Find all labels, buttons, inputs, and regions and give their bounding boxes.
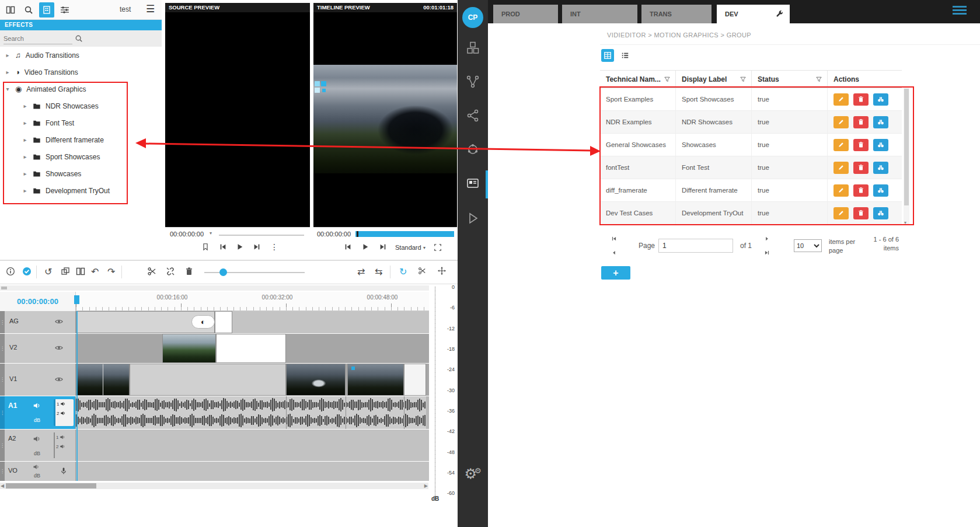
playhead-handle[interactable] [74,295,79,304]
view-button[interactable] [873,116,888,128]
previous-frame-button[interactable] [344,243,352,251]
eye-icon[interactable] [55,375,63,383]
edit-button[interactable] [833,93,849,106]
speaker-icon[interactable] [33,402,41,410]
edit-button[interactable] [833,184,849,197]
move-tool-button[interactable] [438,267,446,275]
more-options-icon[interactable]: ⋮ [270,242,278,252]
tab-trans[interactable]: TRANS [641,5,712,23]
view-button[interactable] [873,162,888,174]
tree-item-showcases[interactable]: ▸ Showcases [0,165,162,182]
cut-button[interactable] [147,267,156,276]
page-number-input[interactable] [658,239,733,253]
workflow-icon[interactable] [466,75,480,89]
channel-panel[interactable]: 1 2 [54,399,74,426]
first-page-button[interactable] [609,234,619,243]
table-scrollbar[interactable]: ▾ [904,88,909,225]
video-clip-thumbnail[interactable] [162,334,216,363]
tab-dev[interactable]: DEV [717,5,790,23]
column-header-display-label[interactable]: Display Label [676,71,752,88]
video-clip-thumbnail[interactable] [76,364,130,396]
chevron-right-icon[interactable]: ▸ [21,137,29,143]
tree-item-animated-graphics[interactable]: ▾ ◉ Animated Graphics [0,81,162,97]
track-drag-handle[interactable]: ⋮ [0,334,5,363]
add-marker-button[interactable] [201,243,210,251]
tree-item-audio-transitions[interactable]: ▸ ♫ Audio Transitions [0,47,162,64]
track-drag-handle[interactable]: ⋮ [0,462,5,481]
layout-columns-button[interactable] [3,2,18,18]
play-button[interactable] [236,243,244,251]
zoom-slider-handle[interactable] [219,268,227,276]
track-header-a2[interactable]: ⋮ A2 dB 1 2 [0,430,76,461]
view-button[interactable] [873,207,888,219]
timeline-horizontal-scrollbar-top[interactable] [0,285,429,291]
column-header-status[interactable]: Status [752,71,828,88]
track-header-ag[interactable]: ⋮ AG [0,311,76,333]
edit-button[interactable] [833,139,849,151]
video-clip-thumbnail[interactable] [347,364,404,396]
next-page-button[interactable] [762,234,772,243]
previous-page-button[interactable] [609,248,619,257]
undo-button[interactable]: ↶ [91,267,99,277]
timeline-ruler[interactable]: 00:00:16:00 00:00:32:00 00:00:48:00 [76,292,429,311]
render-icon[interactable] [466,211,480,225]
speaker-icon[interactable] [60,434,65,440]
chevron-down-icon[interactable]: ▾ [4,86,12,92]
scrollbar-thumb[interactable] [1,287,7,289]
view-button[interactable] [873,93,888,106]
assets-icon[interactable] [466,41,480,55]
video-clip-tail[interactable] [404,364,426,396]
rotate-ccw-button[interactable]: ↺ [44,267,52,277]
approve-button[interactable] [22,267,32,276]
caret-down-icon[interactable]: ▾ [423,245,426,250]
chevron-right-icon[interactable]: ▸ [21,170,29,177]
chevron-right-icon[interactable]: ▸ [4,52,12,58]
tree-item-video-transitions[interactable]: ▸ ◑ Video Transitions [0,64,162,81]
timeline-preview-viewport[interactable] [313,12,457,227]
edit-button[interactable] [833,116,849,128]
chevron-right-icon[interactable]: ▸ [21,103,29,109]
next-frame-button[interactable] [379,243,387,251]
filter-funnel-icon[interactable] [664,76,671,83]
quality-selector[interactable]: Standard [395,244,421,251]
razor-button[interactable] [418,267,426,275]
track-content-a1[interactable] [76,396,429,429]
edit-button[interactable] [833,162,849,174]
video-clip-thumbnail[interactable] [286,364,346,396]
speaker-icon[interactable] [60,410,66,416]
video-clip[interactable] [130,364,286,396]
speaker-icon[interactable] [33,463,40,470]
unlink-button[interactable] [166,267,175,276]
chevron-right-icon[interactable]: ▸ [21,120,29,126]
timeline-progress-bar[interactable] [355,231,454,237]
redo-button[interactable]: ↷ [107,267,115,277]
delete-button[interactable] [853,139,869,151]
chevron-right-icon[interactable]: ▸ [4,69,12,75]
scroll-right-icon[interactable]: ▶ [424,483,428,488]
filter-funnel-icon[interactable] [815,76,822,83]
filter-funnel-icon[interactable] [740,76,747,83]
timeline-horizontal-scrollbar[interactable]: ◀ ▶ [0,483,428,489]
track-header-v2[interactable]: ⋮ V2 [0,334,76,363]
play-button[interactable] [361,243,369,251]
graphics-panel-icon[interactable] [466,176,480,190]
network-ring-icon[interactable] [466,142,480,156]
track-header-a1[interactable]: ⋮ A1 dB 1 2 [0,396,76,429]
track-content-vo[interactable] [76,462,429,481]
overlap-edit-button[interactable] [61,267,70,276]
speaker-icon[interactable] [60,444,65,449]
editor-menu-icon[interactable]: ☰ [146,3,155,15]
delete-button[interactable] [853,116,869,128]
search-button[interactable] [21,2,36,18]
delete-button[interactable] [853,93,869,106]
caret-down-icon[interactable]: ▾ [210,231,212,236]
edit-button[interactable] [833,207,849,219]
video-clip[interactable] [216,334,286,363]
editor-mode-button[interactable] [39,2,54,18]
search-icon[interactable] [75,34,83,43]
speaker-icon[interactable] [60,401,66,407]
delete-button[interactable] [853,162,869,174]
column-header-technical-name[interactable]: Technical Nam... [600,71,676,88]
view-button[interactable] [873,184,888,197]
loop-button[interactable]: ↻ [399,267,407,277]
